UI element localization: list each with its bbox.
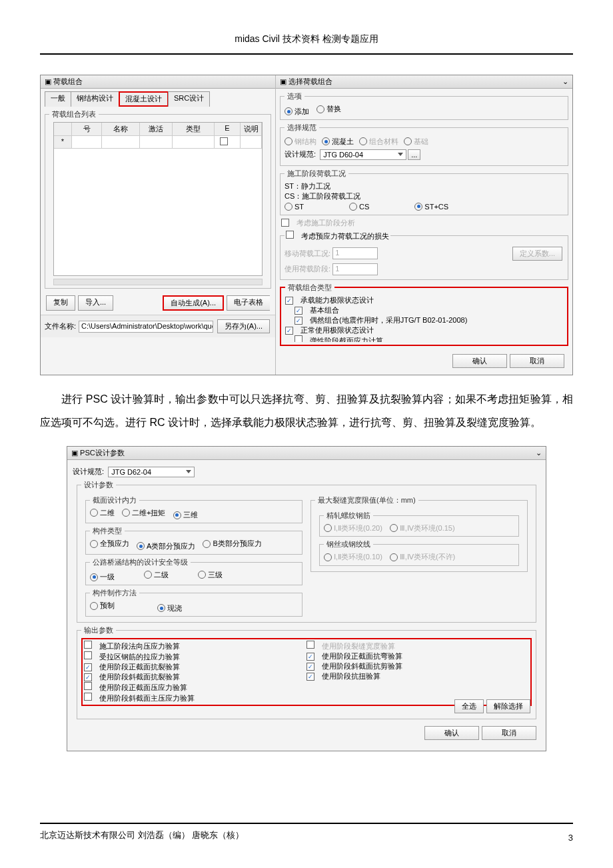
col-desc: 说明 bbox=[241, 123, 262, 135]
radio-foundation: 基础 bbox=[404, 137, 428, 147]
option-fieldset: 选项 添加 替换 bbox=[280, 91, 568, 120]
radio-3d[interactable]: 三维 bbox=[173, 510, 198, 520]
check-prestress-loss[interactable] bbox=[286, 231, 296, 239]
copy-button[interactable]: 复制 bbox=[46, 295, 75, 311]
design-tabs: 一般 钢结构设计 混凝土设计 SRC设计 bbox=[41, 89, 275, 107]
radio-wire-env34: Ⅲ,Ⅳ类环境(不许) bbox=[390, 552, 455, 562]
radio-grade2[interactable]: 二级 bbox=[144, 570, 169, 580]
h-scrollbar[interactable] bbox=[53, 279, 263, 285]
combo-list-fieldset: 荷载组合列表 号 名称 激活 类型 E 说明 * bbox=[45, 109, 271, 289]
cs-label: CS：施工阶段荷载工况 bbox=[285, 191, 564, 201]
footer-text: 北京迈达斯技术有限公司 刘浩磊（编） 唐晓东（核） bbox=[40, 830, 244, 840]
radio-partial-b[interactable]: B类部分预应力 bbox=[203, 539, 261, 549]
col-type: 类型 bbox=[173, 123, 215, 135]
auto-generate-button[interactable]: 自动生成(A)... bbox=[163, 295, 224, 311]
radio-cs[interactable]: CS bbox=[349, 203, 369, 211]
member-type-legend: 构件类型 bbox=[90, 526, 125, 536]
import-button[interactable]: 导入... bbox=[78, 295, 113, 311]
select-all-button[interactable]: 全选 bbox=[454, 699, 484, 713]
check-out3[interactable] bbox=[84, 663, 94, 671]
page-number: 3 bbox=[568, 833, 573, 843]
cs-legend: 施工阶段荷载工况 bbox=[285, 169, 348, 179]
check-basic[interactable] bbox=[295, 307, 305, 315]
radio-grade1[interactable]: 一级 bbox=[90, 572, 115, 582]
check-sls[interactable] bbox=[285, 327, 295, 335]
radio-st[interactable]: ST bbox=[285, 203, 304, 211]
ok-button[interactable]: 确认 bbox=[452, 354, 507, 368]
radio-full-prestress[interactable]: 全预应力 bbox=[90, 539, 129, 549]
psc-spec-label: 设计规范: bbox=[73, 467, 104, 477]
chevron-down-icon bbox=[186, 470, 191, 473]
radio-partial-a[interactable]: A类部分预应力 bbox=[137, 541, 195, 551]
check-out10[interactable] bbox=[306, 673, 316, 681]
radio-stcs[interactable]: ST+CS bbox=[414, 203, 448, 211]
file-label: 文件名称: bbox=[45, 321, 76, 331]
design-param-legend: 设计参数 bbox=[81, 480, 116, 490]
radio-2d-torsion[interactable]: 二维+扭矩 bbox=[122, 508, 165, 518]
col-active: 激活 bbox=[140, 123, 173, 135]
combo-table[interactable]: 号 名称 激活 类型 E 说明 * bbox=[53, 122, 263, 276]
psc-cancel-button[interactable]: 取消 bbox=[482, 726, 536, 740]
check-elastic[interactable] bbox=[295, 335, 305, 342]
st-label: ST：静力工况 bbox=[285, 181, 564, 191]
check-out1[interactable] bbox=[84, 641, 94, 649]
spreadsheet-button[interactable]: 电子表格 bbox=[227, 295, 270, 311]
tab-steel[interactable]: 钢结构设计 bbox=[71, 91, 119, 107]
check-out9[interactable] bbox=[306, 663, 316, 671]
rebar-legend: 精轧螺纹钢筋 bbox=[324, 511, 373, 521]
check-out7 bbox=[306, 641, 316, 649]
psc-params-dialog: ▣ PSC设计参数⌄ 设计规范: JTG D62-04 设计参数 截面设计内力 … bbox=[67, 446, 546, 751]
check-accidental[interactable] bbox=[295, 317, 305, 325]
radio-rebar-env12: Ⅰ,Ⅱ类环境(0.20) bbox=[324, 523, 382, 533]
radio-composite: 组合材料 bbox=[359, 137, 398, 147]
spec-fieldset: 选择规范 钢结构 混凝土 组合材料 基础 设计规范: JTG D60-04 ..… bbox=[280, 123, 568, 166]
tab-concrete[interactable]: 混凝土设计 bbox=[119, 91, 169, 107]
radio-grade3[interactable]: 三级 bbox=[198, 570, 223, 580]
file-path-input[interactable]: C:\Users\Administrator\Desktop\work\ques… bbox=[79, 321, 213, 333]
save-as-button[interactable]: 另存为(A)... bbox=[217, 319, 270, 333]
header-rule bbox=[40, 53, 573, 55]
dialog-title-right: ▣ 选择荷载组合⌄ bbox=[276, 75, 572, 89]
e-checkbox[interactable] bbox=[220, 137, 230, 145]
radio-precast[interactable]: 预制 bbox=[90, 601, 115, 611]
psc-ok-button[interactable]: 确认 bbox=[424, 726, 479, 740]
option-legend: 选项 bbox=[285, 91, 305, 101]
col-marker bbox=[54, 123, 72, 135]
combo-list-legend: 荷载组合列表 bbox=[49, 109, 99, 119]
safety-grade-legend: 公路桥涵结构的设计安全等级 bbox=[90, 557, 191, 567]
move-load-label: 移动荷载工况: bbox=[285, 249, 330, 259]
tab-general[interactable]: 一般 bbox=[45, 91, 71, 107]
radio-cast[interactable]: 现浇 bbox=[157, 603, 182, 613]
collapse-arrow-icon[interactable]: ⌄ bbox=[536, 449, 542, 457]
check-out4[interactable] bbox=[84, 673, 94, 681]
combo-type-fieldset: 荷载组合类型 承载能力极限状态设计 基本组合 偶然组合(地震作用时，采用JTG/… bbox=[280, 283, 568, 346]
fabrication-legend: 构件制作方法 bbox=[90, 588, 139, 598]
cs-fieldset: 施工阶段荷载工况 ST：静力工况 CS：施工阶段荷载工况 ST CS ST+CS bbox=[280, 169, 568, 215]
radio-replace[interactable]: 替换 bbox=[316, 104, 341, 114]
cancel-button[interactable]: 取消 bbox=[510, 354, 564, 368]
collapse-icon[interactable]: ▣ bbox=[71, 449, 78, 457]
output-legend: 输出参数 bbox=[81, 625, 116, 635]
design-spec-dropdown[interactable]: JTG D60-04 bbox=[320, 149, 406, 160]
radio-concrete[interactable]: 混凝土 bbox=[322, 137, 354, 147]
check-out2[interactable] bbox=[84, 651, 94, 659]
radio-add[interactable]: 添加 bbox=[285, 107, 309, 117]
define-coef-button[interactable]: 定义系数... bbox=[512, 247, 562, 261]
check-out6[interactable] bbox=[84, 693, 94, 701]
use-load-input: 1 bbox=[332, 263, 378, 275]
psc-spec-dropdown[interactable]: JTG D62-04 bbox=[108, 467, 195, 477]
collapse-arrow-icon[interactable]: ⌄ bbox=[562, 77, 568, 86]
move-load-input: 1 bbox=[332, 247, 378, 259]
deselect-button[interactable]: 解除选择 bbox=[486, 699, 530, 713]
check-uls[interactable] bbox=[285, 297, 295, 305]
chevron-down-icon bbox=[398, 153, 403, 156]
check-out8[interactable] bbox=[306, 653, 316, 661]
spec-more-button[interactable]: ... bbox=[408, 149, 420, 160]
crack-limit-legend: 最大裂缝宽度限值(单位：mm) bbox=[315, 495, 418, 505]
collapse-icon[interactable]: ▣ bbox=[45, 77, 51, 86]
check-out5[interactable] bbox=[84, 682, 94, 690]
radio-wire-env12: Ⅰ,Ⅱ类环境(0.10) bbox=[324, 552, 382, 562]
tab-src[interactable]: SRC设计 bbox=[168, 91, 210, 107]
expand-icon[interactable]: ▣ bbox=[280, 77, 287, 86]
radio-2d[interactable]: 二维 bbox=[90, 508, 115, 518]
